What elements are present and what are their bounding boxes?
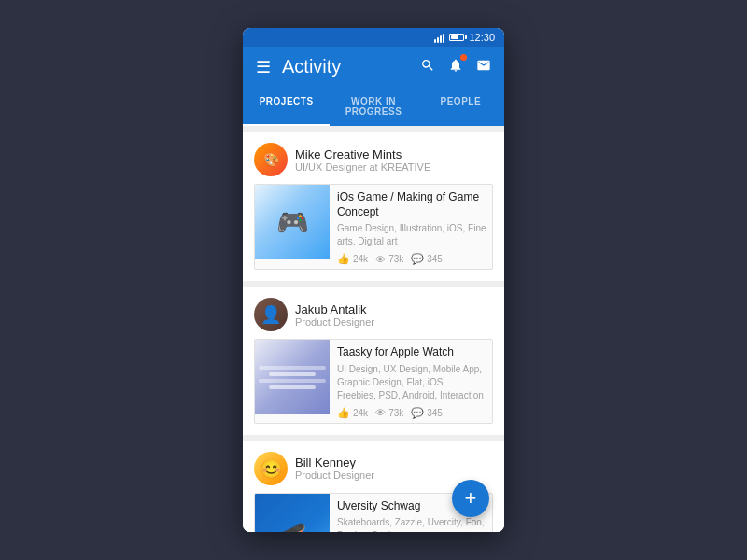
project-title-2: Taasky for Apple Watch bbox=[337, 345, 486, 360]
card-1: 🎨 Mike Creative Mints UI/UX Designer at … bbox=[243, 132, 504, 281]
views-count-2: 73k bbox=[388, 408, 403, 418]
project-thumb-2 bbox=[255, 340, 330, 414]
avatar-mike: 🎨 bbox=[254, 143, 288, 176]
project-info-1: iOs Game / Making of Game Concept Game D… bbox=[337, 185, 492, 269]
card-1-header: 🎨 Mike Creative Mints UI/UX Designer at … bbox=[254, 143, 493, 176]
email-icon[interactable] bbox=[476, 58, 491, 77]
tabs: PROJECTS WORK IN PROGRESS PEOPLE bbox=[243, 87, 504, 126]
battery-icon bbox=[449, 34, 464, 41]
stat-comments-2: 💬 345 bbox=[411, 407, 443, 419]
phone-container: 12:30 ☰ Activity PROJECTS WORK IN PROGRE… bbox=[243, 28, 504, 532]
card-2-header: 👤 Jakub Antalik Product Designer bbox=[254, 298, 493, 331]
app-bar: ☰ Activity bbox=[243, 47, 504, 87]
like-icon-1: 👍 bbox=[337, 253, 350, 265]
user-info-jakub: Jakub Antalik Product Designer bbox=[295, 302, 374, 328]
user-name-mike: Mike Creative Mints bbox=[295, 147, 430, 161]
user-name-jakub: Jakub Antalik bbox=[295, 302, 374, 316]
project-thumb-3: 🛹 bbox=[255, 494, 330, 532]
project-tags-1: Game Design, Illustration, iOS, Fine art… bbox=[337, 222, 486, 248]
comment-icon-1: 💬 bbox=[411, 253, 424, 265]
status-icons: 12:30 bbox=[434, 32, 495, 43]
project-tags-2: UI Design, UX Design, Mobile App, Graphi… bbox=[337, 363, 486, 402]
notification-badge bbox=[460, 54, 467, 61]
search-icon[interactable] bbox=[420, 58, 435, 77]
user-info-mike: Mike Creative Mints UI/UX Designer at KR… bbox=[295, 147, 430, 173]
app-bar-right bbox=[420, 58, 491, 77]
status-bar: 12:30 bbox=[243, 28, 504, 47]
app-bar-left: ☰ Activity bbox=[256, 56, 341, 77]
signal-icon bbox=[434, 32, 444, 43]
likes-count-2: 24k bbox=[353, 408, 368, 418]
project-tile-1[interactable]: 🎮 iOs Game / Making of Game Concept Game… bbox=[254, 184, 493, 270]
tab-people[interactable]: PEOPLE bbox=[417, 87, 504, 126]
app-bar-title: Activity bbox=[282, 56, 341, 77]
project-stats-1: 👍 24k 👁 73k 💬 345 bbox=[337, 253, 486, 265]
stat-views-1: 👁 73k bbox=[375, 254, 403, 265]
tab-work-in-progress[interactable]: WORK IN PROGRESS bbox=[330, 87, 416, 126]
likes-count-1: 24k bbox=[353, 254, 368, 264]
project-title-1: iOs Game / Making of Game Concept bbox=[337, 190, 486, 219]
card-3-header: 😊 Bill Kenney Product Designer bbox=[254, 452, 493, 485]
like-icon-2: 👍 bbox=[337, 407, 350, 419]
user-role-jakub: Product Designer bbox=[295, 316, 374, 328]
content-wrapper: 🎨 Mike Creative Mints UI/UX Designer at … bbox=[243, 126, 504, 532]
comment-icon-2: 💬 bbox=[411, 407, 424, 419]
status-time: 12:30 bbox=[469, 32, 495, 43]
user-info-bill: Bill Kenney Product Designer bbox=[295, 455, 374, 481]
stat-views-2: 👁 73k bbox=[375, 407, 403, 418]
project-info-2: Taasky for Apple Watch UI Design, UX Des… bbox=[337, 340, 492, 423]
stat-likes-1: 👍 24k bbox=[337, 253, 368, 265]
view-icon-1: 👁 bbox=[375, 254, 386, 265]
notifications-icon[interactable] bbox=[448, 58, 463, 77]
user-role-bill: Product Designer bbox=[295, 469, 374, 481]
project-thumb-1: 🎮 bbox=[255, 185, 330, 259]
activity-feed: 🎨 Mike Creative Mints UI/UX Designer at … bbox=[243, 126, 504, 532]
comments-count-1: 345 bbox=[427, 254, 443, 264]
comments-count-2: 345 bbox=[427, 408, 443, 418]
project-tile-2[interactable]: Taasky for Apple Watch UI Design, UX Des… bbox=[254, 339, 493, 424]
stat-comments-1: 💬 345 bbox=[411, 253, 443, 265]
project-tags-3: Skateboards, Zazzle, Uvercity, Foo, Prod… bbox=[337, 516, 486, 532]
menu-icon[interactable]: ☰ bbox=[256, 57, 271, 77]
user-role-mike: UI/UX Designer at KREATIVE bbox=[295, 161, 430, 173]
avatar-bill: 😊 bbox=[254, 452, 288, 485]
card-2: 👤 Jakub Antalik Product Designer bbox=[243, 287, 504, 435]
user-name-bill: Bill Kenney bbox=[295, 455, 374, 469]
views-count-1: 73k bbox=[388, 254, 403, 264]
stat-likes-2: 👍 24k bbox=[337, 407, 368, 419]
project-stats-2: 👍 24k 👁 73k 💬 345 bbox=[337, 407, 486, 419]
tab-projects[interactable]: PROJECTS bbox=[243, 87, 330, 126]
avatar-jakub: 👤 bbox=[254, 298, 288, 331]
fab-button[interactable]: + bbox=[452, 480, 489, 517]
view-icon-2: 👁 bbox=[375, 407, 386, 418]
